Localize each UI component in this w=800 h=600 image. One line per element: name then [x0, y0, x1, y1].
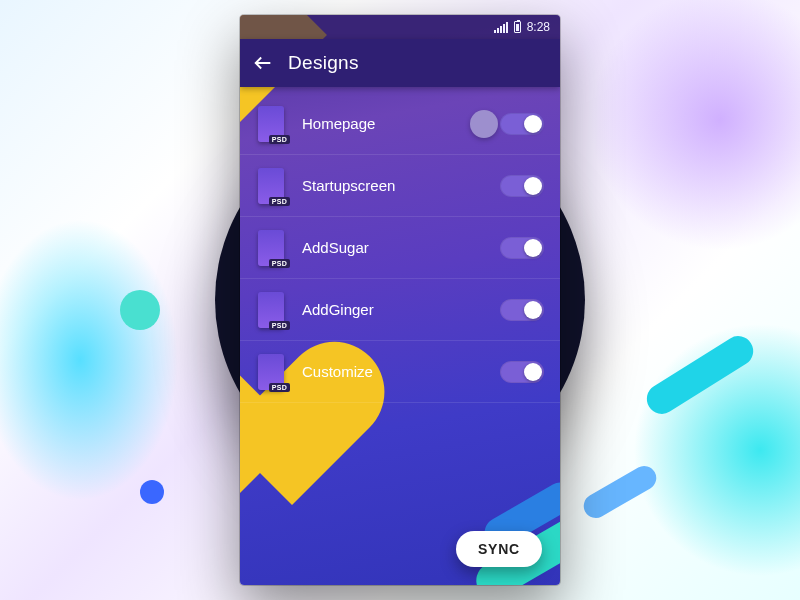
- bg-pill: [579, 462, 660, 523]
- android-status-bar: 8:28: [240, 15, 560, 39]
- toggle-switch[interactable]: [500, 299, 544, 321]
- app-bar: Designs: [240, 39, 560, 87]
- list-item[interactable]: PSDHomepage: [240, 93, 560, 155]
- list-item[interactable]: PSDAddGinger: [240, 279, 560, 341]
- toggle-knob: [524, 363, 542, 381]
- list-item-label: Startupscreen: [302, 177, 500, 194]
- sync-button[interactable]: SYNC: [456, 531, 542, 567]
- list-item-label: Customize: [302, 363, 500, 380]
- psd-badge: PSD: [269, 135, 290, 144]
- stage: 8:28 Designs PSDHomepagePSDStartupscreen…: [0, 0, 800, 600]
- toggle-switch[interactable]: [500, 361, 544, 383]
- bg-dot: [140, 480, 164, 504]
- battery-icon: [514, 21, 521, 33]
- arrow-left-icon: [252, 52, 274, 74]
- bg-dot: [120, 290, 160, 330]
- psd-badge: PSD: [269, 383, 290, 392]
- list-item[interactable]: PSDCustomize: [240, 341, 560, 403]
- bg-pill: [641, 330, 759, 419]
- toggle-drag-hint: [470, 110, 498, 138]
- psd-thumbnail: PSD: [258, 230, 284, 266]
- psd-thumbnail: PSD: [258, 168, 284, 204]
- designs-list[interactable]: PSDHomepagePSDStartupscreenPSDAddSugarPS…: [240, 87, 560, 403]
- psd-badge: PSD: [269, 321, 290, 330]
- psd-thumbnail: PSD: [258, 292, 284, 328]
- psd-badge: PSD: [269, 259, 290, 268]
- list-item-label: AddSugar: [302, 239, 500, 256]
- list-item[interactable]: PSDStartupscreen: [240, 155, 560, 217]
- toggle-knob: [524, 301, 542, 319]
- psd-badge: PSD: [269, 197, 290, 206]
- page-title: Designs: [288, 52, 359, 74]
- psd-thumbnail: PSD: [258, 106, 284, 142]
- list-item-label: AddGinger: [302, 301, 500, 318]
- toggle-knob: [524, 239, 542, 257]
- toggle-knob: [524, 177, 542, 195]
- toggle-switch[interactable]: [500, 175, 544, 197]
- signal-icon: [494, 22, 508, 33]
- toggle-knob: [524, 115, 542, 133]
- toggle-switch[interactable]: [500, 237, 544, 259]
- toggle-switch[interactable]: [500, 113, 544, 135]
- status-clock: 8:28: [527, 20, 550, 34]
- back-button[interactable]: [252, 52, 274, 74]
- list-item[interactable]: PSDAddSugar: [240, 217, 560, 279]
- psd-thumbnail: PSD: [258, 354, 284, 390]
- phone-frame: 8:28 Designs PSDHomepagePSDStartupscreen…: [240, 15, 560, 585]
